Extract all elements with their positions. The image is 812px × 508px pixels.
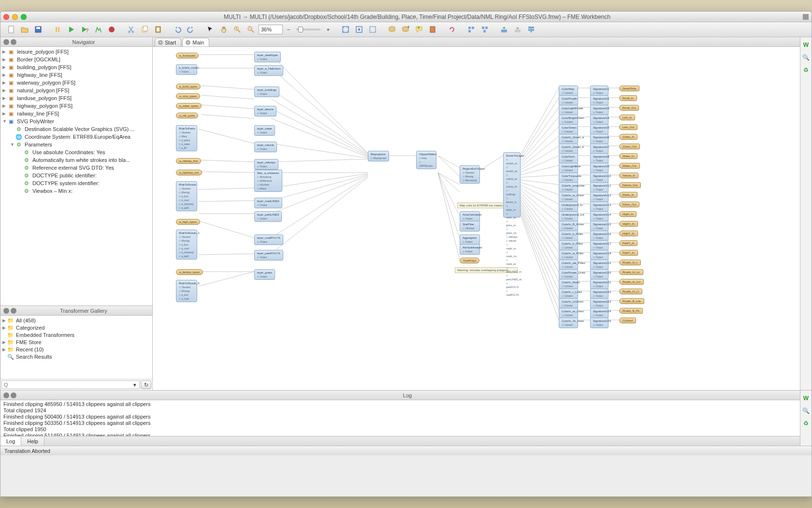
add-writer-button[interactable]: + [400,24,411,35]
navigator-close-icon[interactable] [3,39,9,45]
log-close-icon[interactable] [3,392,9,398]
transformer-node[interactable]: RideToRoads◇ Cleaned◇ Missing◇ a_foot◇ a… [176,181,197,211]
world-icon[interactable]: W [802,394,810,402]
recycle-icon[interactable]: ♻ [802,66,810,74]
run-with-inspection-button[interactable] [92,24,104,35]
transformer-node[interactable]: SignatureG4◇ Output [590,115,609,125]
transformer-node[interactable]: layer_water◇ Output [254,125,275,136]
server-button[interactable] [525,24,537,35]
navigator-subitem[interactable]: ⚙Reference external SVG DTD: Yes [0,164,152,172]
transformer-node[interactable]: SignatureG15◇ Output [590,221,609,232]
transformer-node[interactable]: SignatureG25◇ Output [590,318,609,328]
transformer-node[interactable]: SignatureG20◇ Output [590,269,609,280]
transformer-node[interactable]: ColorIn_w_Poles◇ Colored [559,250,578,261]
stop-button[interactable] [106,24,117,35]
transformer-node[interactable]: SignatureG3◇ Output [590,105,609,116]
transformer-node[interactable]: SignatureG17◇ Output [590,240,609,251]
cut-button[interactable] [125,24,137,35]
transformer-node[interactable]: RideToParks◇ Cleaned◇ Mass◇ a_grass◇ a_w… [176,125,197,151]
recycle-icon[interactable]: ♻ [802,420,810,427]
reader-node[interactable]: a_landus_types [176,269,203,275]
transformer-node[interactable]: ColorIn_B_fLines◇ Colored [559,221,578,232]
transformer-node[interactable]: SignatureG13◇ Output [590,202,609,212]
navigator-item[interactable]: ▶▣natural_polygon [FFS] [0,87,152,94]
transformer-node[interactable]: ColorIn_re_Lines◇ Colored [559,308,578,319]
gallery-item[interactable]: ▶📁FME Store [0,338,152,346]
transformer-node[interactable]: SignatureG23◇ Output [590,298,609,309]
transformer-node[interactable]: SignatureG10◇ Output [590,173,609,183]
transformer-node[interactable]: layer_parkPOLYS◇ Output [254,250,283,261]
transformer-node[interactable]: layer_roadPOLYS◇ Output [254,234,283,245]
gallery-item[interactable]: ▶📁Categorized [0,324,152,331]
writer-node[interactable]: Grass_In [619,134,638,140]
transformer-node[interactable]: ColorIn_b_Filled◇ Colored [559,240,578,251]
writer-node[interactable]: Roads_B_Lite [619,298,644,304]
reader-node[interactable]: a_high_types [176,219,200,225]
pause-button[interactable] [52,24,63,35]
writer-node[interactable]: Roads_In_I [619,260,641,265]
zoom-window-button[interactable] [21,14,27,20]
writer-node[interactable]: Water_In [619,153,638,159]
zoom-slider[interactable] [296,29,320,30]
gallery-refresh-button[interactable]: ↻ [141,380,151,389]
transformer-node[interactable]: ColorLightPurple◇ Colored [559,105,578,116]
navigator-subitem[interactable]: ⚙Destination Scalable Vector Graphics (S… [0,125,152,133]
writer-node[interactable]: PathY_In [619,250,638,256]
transformer-node[interactable]: RegionExtClipper◇ Cleaned◇ Missing◇ Rema… [460,165,480,184]
pan-tool[interactable] [218,24,230,35]
transformer-node[interactable]: layer_a_FleExtent◇ Output [254,65,283,76]
canvas[interactable]: a_forestpark a_forest_routes◇ Output a_b… [153,47,800,390]
gallery-options-icon[interactable] [11,308,16,314]
transformer-node[interactable]: SignatureG24◇ Output [590,308,609,319]
transformer-node[interactable]: SignatureG11◇ Output [590,182,609,193]
transformer-node[interactable]: Underground_In◇ Colored [559,202,578,212]
transformer-node[interactable]: SignatureG14◇ Output [590,211,609,222]
fit-selection-button[interactable] [353,24,365,35]
transformer-node[interactable]: ColorIn_turquoise◇ Colored [559,182,578,193]
transformer-node[interactable]: SignatureG1◇ Output [590,86,609,96]
writer-node[interactable]: Roads_In_Lo [619,269,643,275]
writer-node[interactable]: Parks_Out [619,202,639,207]
transformer-node[interactable]: AttrXpleKeeper◇ Output [460,244,480,255]
navigator-item[interactable]: ▶▣building_polygon [FFS] [0,63,152,71]
reader-node[interactable]: a_rail_types [176,113,198,118]
open-button[interactable] [19,24,30,35]
navigator-options-icon[interactable] [11,39,16,45]
transformer-node[interactable]: SignatureG16◇ Output [590,231,609,241]
transformer-node[interactable]: layer_grass◇ Output [254,269,275,280]
navigator-tree[interactable]: ▶▣leisure_polygon [FFS]▶▣Border [OGCKML]… [0,47,152,305]
align-center-button[interactable] [479,24,491,35]
transformer-node[interactable]: ColorIn_Road◇ Colored [559,279,578,290]
reader-node[interactable]: a_build_types [176,84,201,89]
transformer-node[interactable]: SignatureG8◇ Output [590,153,609,164]
writer-node[interactable]: Leis_In [619,115,635,120]
transformer-node[interactable]: layer_roadLINES◇ Output [254,198,282,208]
tab-close-icon[interactable]: × [158,40,163,45]
zoom-increase-button[interactable]: + [324,24,332,35]
transformer-node[interactable]: StatFilter◇ Cleaned [460,221,480,232]
gallery-item[interactable]: 🔍Search Results [0,353,152,360]
navigator-item[interactable]: ▶▣railway_line [FFS] [0,110,152,117]
navigator-subitem[interactable]: ⚙Viewbox – Min x: [0,187,152,195]
writer-node[interactable]: Roads_In_Lm [619,279,644,285]
zoom-decrease-button[interactable]: − [285,24,292,35]
transformer-node[interactable]: layer_parkLINES◇ Output [254,211,282,222]
run-prompt-button[interactable]: ? [79,24,90,35]
navigator-item[interactable]: ▶▣leisure_polygon [FFS] [0,48,152,56]
add-reader-button[interactable] [386,24,398,35]
run-button[interactable] [65,24,77,35]
transformer-node[interactable]: ColorNum◇ Colored [559,153,578,164]
reader-node[interactable]: a_highway_ext [176,170,202,175]
transformer-node[interactable]: SignatureG18◇ Output [590,250,609,261]
transformer-node[interactable]: ColorGreen◇ Colored [559,124,578,135]
download-button[interactable] [512,24,523,35]
writer-node[interactable]: Parks_In [619,192,638,198]
navigator-item[interactable]: ▶▣Border [OGCKML] [0,56,152,63]
reader-node[interactable]: a_nms_types [176,93,200,99]
writer-node[interactable]: Water_Out [619,163,640,169]
writer-node[interactable]: HighY_In [619,231,638,236]
transformer-node[interactable]: SignatureG22◇ Output [590,289,609,299]
writer-node[interactable]: Colored [619,318,636,323]
transformer-node[interactable]: RideToRoads_3◇ Cleaned◇ Missing◇ a_foot◇… [176,280,197,302]
transformer-node[interactable]: RideToRoads_2◇ Cleaned◇ Missing◇ a_foot◇… [176,230,197,260]
